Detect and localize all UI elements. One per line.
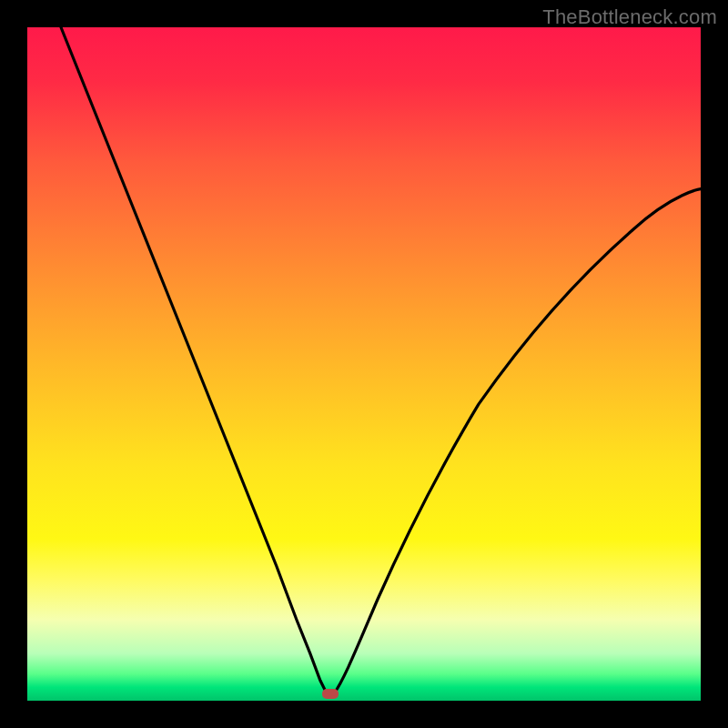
- curve-left-branch: [61, 27, 327, 694]
- curve-right-branch: [334, 189, 701, 694]
- watermark-text: TheBottleneck.com: [542, 5, 717, 29]
- bottleneck-curve: [27, 27, 701, 701]
- bottleneck-marker: [322, 689, 339, 699]
- chart-frame: TheBottleneck.com: [0, 0, 728, 728]
